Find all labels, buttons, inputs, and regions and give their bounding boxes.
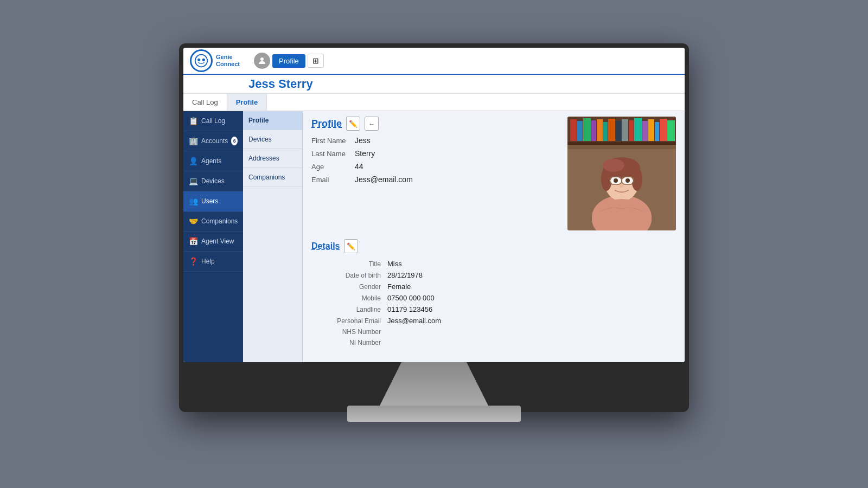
first-name-label: First Name: [311, 137, 355, 145]
agent-view-icon: 📅: [189, 237, 198, 246]
field-age: Age 44: [311, 162, 562, 171]
svg-rect-18: [648, 119, 654, 141]
personal-email-value: Jess@email.com: [387, 317, 441, 325]
sidebar-label-help: Help: [201, 258, 215, 265]
sidebar-item-call-log[interactable]: 📋 Call Log: [183, 111, 243, 131]
sidebar-item-users[interactable]: 👥 Users: [183, 191, 243, 211]
detail-ni: NI Number: [311, 339, 676, 346]
last-name-value: Sterry: [355, 149, 375, 158]
tab-profile[interactable]: Profile: [227, 94, 267, 111]
sidebar-item-help[interactable]: ❓ Help: [183, 252, 243, 272]
landline-label: Landline: [311, 306, 387, 313]
svg-point-34: [626, 178, 630, 183]
age-label: Age: [311, 163, 355, 171]
svg-rect-19: [655, 122, 659, 141]
details-header-row: Details ✏️: [311, 239, 676, 253]
svg-rect-17: [642, 121, 648, 141]
svg-point-38: [620, 184, 624, 188]
profile-back-button[interactable]: ←: [365, 117, 379, 131]
sidebar-label-agents: Agents: [201, 157, 221, 165]
last-name-label: Last Name: [311, 150, 355, 158]
email-value: Jess@email.com: [355, 175, 413, 184]
svg-point-33: [614, 178, 618, 183]
svg-rect-16: [634, 118, 642, 141]
sidebar: 📋 Call Log 🏢 Accounts 6 👤 Agents 💻: [183, 111, 243, 362]
sidebar-label-agent-view: Agent View: [201, 237, 234, 245]
sidebar-item-agent-view[interactable]: 📅 Agent View: [183, 232, 243, 252]
age-value: 44: [355, 162, 363, 171]
agents-icon: 👤: [189, 157, 198, 165]
details-section: Details ✏️ Title Miss Date of birth: [311, 239, 676, 346]
field-last-name: Last Name Sterry: [311, 149, 562, 158]
svg-rect-7: [577, 121, 583, 141]
accounts-badge: 6: [231, 137, 238, 145]
header-nav: Profile ⊞: [254, 53, 324, 69]
sidebar-label-call-log: Call Log: [201, 117, 225, 125]
svg-rect-15: [629, 120, 634, 141]
profile-header-row: Profile ✏️ ←: [311, 117, 562, 131]
secondary-nav-profile[interactable]: Profile: [243, 111, 302, 130]
sidebar-item-agents[interactable]: 👤 Agents: [183, 151, 243, 171]
secondary-nav-devices[interactable]: Devices: [243, 130, 302, 149]
call-log-icon: 📋: [189, 117, 198, 125]
profile-section: Profile ✏️ ← First Name Jess: [311, 117, 676, 346]
svg-rect-20: [660, 119, 667, 141]
accounts-icon: 🏢: [189, 137, 198, 145]
dob-label: Date of birth: [311, 272, 387, 279]
users-icon: 👥: [189, 197, 198, 206]
tab-call-log[interactable]: Call Log: [183, 94, 227, 111]
secondary-nav-addresses[interactable]: Addresses: [243, 149, 302, 168]
sidebar-item-accounts[interactable]: 🏢 Accounts 6: [183, 131, 243, 151]
avatar: [254, 53, 270, 69]
personal-email-label: Personal Email: [311, 317, 387, 325]
user-name-bar: Jess Sterry: [183, 75, 685, 94]
logo-icon: [190, 49, 213, 72]
profile-section-title: Profile: [311, 118, 342, 130]
details-section-title: Details: [311, 241, 340, 251]
monitor-stand: [380, 362, 488, 406]
landline-value: 01179 123456: [387, 305, 432, 313]
first-name-value: Jess: [355, 136, 371, 145]
svg-rect-10: [597, 119, 603, 141]
help-icon: ❓: [189, 257, 198, 266]
header-grid-button[interactable]: ⊞: [308, 54, 324, 68]
companions-icon: 🤝: [189, 217, 198, 226]
title-value: Miss: [387, 260, 402, 268]
sidebar-item-devices[interactable]: 💻 Devices: [183, 171, 243, 191]
svg-rect-22: [567, 142, 676, 145]
profile-edit-button[interactable]: ✏️: [346, 117, 360, 131]
detail-title: Title Miss: [311, 260, 676, 268]
profile-fields-area: Profile ✏️ ← First Name Jess: [311, 117, 562, 188]
detail-mobile: Mobile 07500 000 000: [311, 294, 676, 302]
detail-personal-email: Personal Email Jess@email.com: [311, 317, 676, 325]
svg-rect-21: [667, 120, 675, 141]
details-edit-button[interactable]: ✏️: [344, 239, 358, 253]
sidebar-label-companions: Companions: [201, 217, 238, 225]
svg-rect-8: [583, 118, 591, 141]
details-table: Title Miss Date of birth 28/12/1978 Gend…: [311, 260, 676, 346]
svg-rect-6: [570, 119, 577, 141]
sub-header-tabs: Call Log Profile: [183, 94, 685, 111]
devices-icon: 💻: [189, 177, 198, 185]
app-header: Genie Connect Profile ⊞: [183, 48, 685, 75]
profile-photo: [567, 117, 676, 230]
svg-point-2: [202, 59, 205, 61]
dob-value: 28/12/1978: [387, 271, 423, 279]
logo-area: Genie Connect: [190, 49, 250, 72]
header-profile-button[interactable]: Profile: [272, 54, 305, 68]
app-body: 📋 Call Log 🏢 Accounts 6 👤 Agents 💻: [183, 111, 685, 362]
detail-dob: Date of birth 28/12/1978: [311, 271, 676, 279]
svg-point-3: [260, 57, 264, 61]
profile-fields-photo: Profile ✏️ ← First Name Jess: [311, 117, 676, 230]
sidebar-label-users: Users: [201, 197, 218, 205]
secondary-nav-companions[interactable]: Companions: [243, 168, 302, 187]
svg-point-1: [197, 59, 200, 61]
detail-landline: Landline 01179 123456: [311, 305, 676, 313]
sidebar-label-devices: Devices: [201, 177, 225, 185]
mobile-label: Mobile: [311, 294, 387, 302]
svg-point-30: [603, 159, 624, 172]
sidebar-item-companions[interactable]: 🤝 Companions: [183, 211, 243, 232]
gender-value: Female: [387, 282, 411, 291]
nhs-label: NHS Number: [311, 328, 387, 336]
mobile-value: 07500 000 000: [387, 294, 435, 302]
